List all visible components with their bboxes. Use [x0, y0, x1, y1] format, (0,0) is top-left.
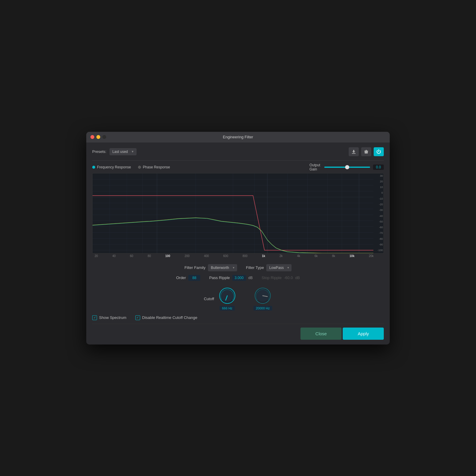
filter-params: Filter Family Butterworth ▼ Filter Type …: [92, 261, 384, 284]
xaxis-6k: 6k: [314, 254, 318, 258]
filter-family-label: Filter Family: [184, 265, 206, 270]
show-spectrum-label: Show Spectrum: [99, 315, 126, 320]
yaxis--60: -60: [374, 226, 383, 229]
xaxis-20k: 20k: [369, 254, 374, 258]
filter-family-group: Filter Family Butterworth ▼: [184, 264, 237, 271]
phase-response-label: Phase Response: [143, 165, 170, 169]
xaxis-4k: 4k: [297, 254, 300, 258]
presets-wrapper: Last used ▼: [109, 148, 137, 155]
filter-type-select-wrapper: LowPass ▼: [266, 264, 292, 271]
titlebar: Engineering Filter: [86, 132, 390, 143]
filter-family-select[interactable]: Butterworth: [208, 264, 237, 271]
disable-realtime-option[interactable]: ✓ Disable Realtime Cutoff Change: [135, 315, 197, 320]
stop-ripple-group: Stop Ripple -60.0 dB: [262, 275, 300, 280]
power-button[interactable]: [374, 147, 384, 156]
chart-xaxis: 20 40 60 80 100 200 400 600 800 1k 2k 4k…: [92, 253, 384, 258]
pass-ripple-unit: dB: [248, 276, 253, 280]
stop-ripple-value: -60.0: [284, 275, 293, 280]
xaxis-20: 20: [95, 254, 98, 258]
xaxis-1k: 1k: [262, 254, 265, 258]
freq-response-dot: [92, 166, 95, 169]
minimize-button[interactable]: [96, 135, 100, 139]
filter-family-select-wrapper: Butterworth ▼: [208, 264, 237, 271]
main-window: Engineering Filter Presets: Last used ▼: [86, 132, 390, 345]
stop-ripple-label: Stop Ripple: [262, 275, 281, 280]
svg-rect-0: [352, 153, 356, 154]
cutoff-knob[interactable]: [219, 287, 236, 304]
phase-response-option[interactable]: Phase Response: [138, 165, 170, 169]
presets-label: Presets:: [92, 149, 107, 154]
filter-type-select[interactable]: LowPass: [266, 264, 292, 271]
cutoff-label: Cutoff: [204, 297, 214, 301]
content-area: Presets: Last used ▼: [86, 143, 390, 345]
freq-response-label: Frequency Response: [97, 165, 131, 169]
close-dialog-button[interactable]: Close: [300, 328, 342, 340]
xaxis-10k: 10k: [350, 254, 355, 258]
yaxis--40: -40: [374, 215, 383, 217]
presets-select[interactable]: Last used: [109, 148, 137, 155]
delete-preset-button[interactable]: [361, 147, 371, 156]
order-group: Order 88: [176, 275, 200, 281]
download-icon: [351, 149, 356, 154]
cutoff-knob-group: 666 Hz: [219, 287, 236, 311]
yaxis--20: -20: [374, 203, 383, 206]
yaxis--50: -50: [374, 220, 383, 223]
yaxis-10: 10: [374, 186, 383, 189]
show-spectrum-checkbox[interactable]: ✓: [92, 315, 97, 320]
cutoff-knob-section: Cutoff 666 Hz: [204, 287, 235, 311]
xaxis-400: 400: [204, 254, 209, 258]
toolbar: Presets: Last used ▼: [92, 147, 384, 156]
yaxis--10: -10: [374, 198, 383, 200]
xaxis-2k: 2k: [280, 254, 283, 258]
cutoff2-value: 20000 Hz: [253, 306, 272, 311]
apply-button[interactable]: Apply: [343, 328, 384, 340]
yaxis--90: -90: [374, 243, 383, 246]
yaxis--70: -70: [374, 232, 383, 234]
filter-type-group: Filter Type LowPass ▼: [246, 264, 292, 271]
divider-1: [92, 160, 384, 161]
xaxis-200: 200: [184, 254, 190, 258]
xaxis-100: 100: [165, 254, 170, 258]
maximize-button[interactable]: [102, 135, 106, 139]
yaxis-0: 0: [374, 192, 383, 194]
cutoff2-knob[interactable]: [254, 287, 271, 304]
pass-ripple-value: 3.000: [232, 275, 246, 281]
output-gain-slider[interactable]: [324, 167, 370, 168]
cutoff-value: 666 Hz: [220, 306, 235, 311]
yaxis--80: -80: [374, 238, 383, 240]
disable-realtime-checkbox[interactable]: ✓: [135, 315, 140, 320]
chart-svg: [93, 173, 373, 253]
filter-family-row: Filter Family Butterworth ▼ Filter Type …: [92, 264, 384, 271]
yaxis-30: 30: [374, 175, 383, 177]
xaxis-8k: 8k: [332, 254, 335, 258]
pass-ripple-group: Pass Ripple 3.000 dB: [209, 275, 253, 281]
trash-icon: [364, 149, 368, 154]
frequency-chart: 30 20 10 0 -10 -20 -30 -40 -50 -60 -70 -…: [92, 173, 384, 253]
pass-ripple-label: Pass Ripple: [209, 275, 230, 280]
knobs-row: Cutoff 666 Hz: [92, 284, 384, 314]
traffic-lights: [90, 135, 106, 139]
order-value: 88: [188, 275, 200, 281]
window-title: Engineering Filter: [223, 135, 253, 139]
yaxis-20: 20: [374, 180, 383, 183]
stop-ripple-unit: dB: [295, 275, 300, 280]
output-gain-value: 0.0: [373, 165, 384, 170]
power-icon: [376, 149, 381, 154]
chart-yaxis: 30 20 10 0 -10 -20 -30 -40 -50 -60 -70 -…: [373, 173, 383, 253]
filter-ripple-row: Order 88 Pass Ripple 3.000 dB Stop Rippl…: [92, 275, 384, 281]
order-label: Order: [176, 275, 186, 280]
close-button[interactable]: [90, 135, 94, 139]
output-gain-control: Output Gain 0.0: [309, 163, 384, 171]
show-spectrum-option[interactable]: ✓ Show Spectrum: [92, 315, 126, 320]
disable-realtime-label: Disable Realtime Cutoff Change: [142, 315, 197, 320]
save-preset-button[interactable]: [349, 147, 359, 156]
options-row: ✓ Show Spectrum ✓ Disable Realtime Cutof…: [92, 314, 384, 324]
xaxis-60: 60: [130, 254, 133, 258]
freq-response-option[interactable]: Frequency Response: [92, 165, 131, 169]
cutoff2-knob-group: 20000 Hz: [253, 287, 272, 311]
yaxis--100: -100: [374, 249, 383, 252]
xaxis-80: 80: [148, 254, 151, 258]
output-gain-label: Output Gain: [309, 163, 321, 171]
footer-buttons: Close Apply: [92, 324, 384, 340]
toolbar-right: [349, 147, 384, 156]
